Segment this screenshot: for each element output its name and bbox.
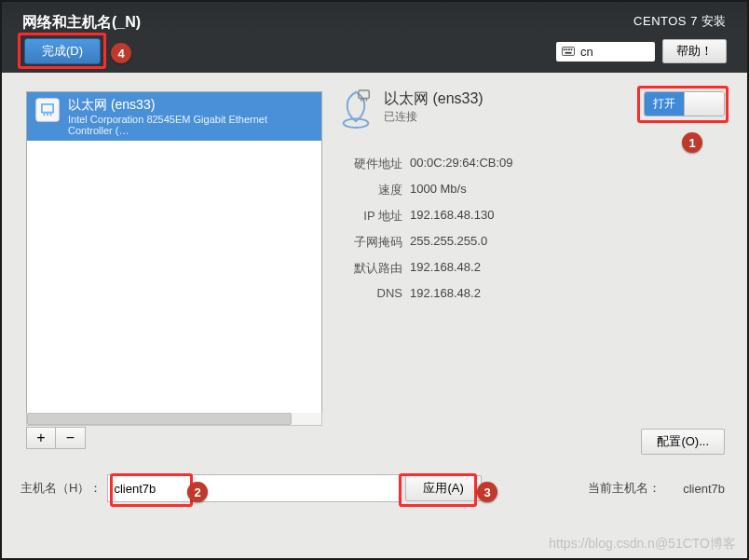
callout-badge-4: 4 [111, 43, 131, 63]
properties-grid: 硬件地址 00:0C:29:64:CB:09 速度 1000 Mb/s IP 地… [337, 156, 725, 300]
svg-rect-0 [562, 48, 574, 56]
current-hostname-label: 当前主机名： [588, 480, 660, 497]
interface-name: 以太网 (ens33) [68, 97, 314, 114]
hostname-input[interactable] [107, 474, 400, 502]
gw-value: 192.168.48.2 [410, 260, 725, 277]
current-hostname-value: client7b [683, 482, 725, 496]
connection-title: 以太网 (ens33) [384, 89, 483, 109]
svg-point-7 [344, 118, 369, 128]
hostname-label: 主机名（H）： [20, 480, 102, 497]
remove-interface-button[interactable]: − [56, 427, 86, 449]
keyboard-indicator[interactable]: cn [556, 42, 655, 61]
done-button[interactable]: 完成(D) [24, 38, 101, 64]
add-interface-button[interactable]: + [26, 427, 56, 449]
hwaddr-label: 硬件地址 [337, 156, 402, 172]
callout-badge-3: 3 [477, 482, 497, 502]
toggle-on-label: 打开 [645, 92, 684, 116]
install-label: CENTOS 7 安装 [633, 13, 727, 30]
speed-label: 速度 [337, 182, 402, 198]
page-title: 网络和主机名(_N) [22, 13, 141, 33]
ip-label: IP 地址 [337, 208, 402, 225]
keyboard-icon [562, 45, 575, 58]
connection-status: 已连接 [384, 109, 483, 125]
interface-detail: Intel Corporation 82545EM Gigabit Ethern… [68, 114, 314, 136]
svg-rect-3 [568, 48, 570, 50]
dns-value: 192.168.48.2 [410, 286, 725, 300]
svg-rect-6 [36, 99, 60, 122]
interface-scrollbar[interactable] [26, 413, 322, 426]
callout-badge-1: 1 [682, 132, 702, 153]
header: 网络和主机名(_N) 完成(D) CENTOS 7 安装 cn 帮助！ [2, 2, 747, 73]
svg-rect-4 [571, 48, 573, 50]
interface-item-ens33[interactable]: 以太网 (ens33) Intel Corporation 82545EM Gi… [27, 92, 321, 141]
ethernet-icon [34, 97, 61, 136]
callout-badge-2: 2 [187, 482, 208, 502]
toggle-knob [684, 92, 724, 116]
help-button[interactable]: 帮助！ [662, 39, 727, 63]
interface-list[interactable]: 以太网 (ens33) Intel Corporation 82545EM Gi… [26, 91, 322, 415]
ip-value: 192.168.48.130 [410, 208, 725, 225]
dns-label: DNS [337, 286, 402, 300]
svg-rect-5 [565, 52, 572, 54]
configure-button[interactable]: 配置(O)... [641, 429, 725, 455]
connection-toggle[interactable]: 打开 [644, 91, 725, 116]
mask-value: 255.255.255.0 [410, 234, 725, 251]
connection-icon [337, 89, 374, 131]
mask-label: 子网掩码 [337, 234, 402, 251]
hwaddr-value: 00:0C:29:64:CB:09 [410, 156, 725, 172]
speed-value: 1000 Mb/s [410, 182, 725, 198]
svg-rect-1 [564, 48, 565, 50]
svg-rect-2 [565, 48, 567, 50]
gw-label: 默认路由 [337, 260, 402, 277]
keyboard-layout: cn [580, 45, 593, 59]
apply-hostname-button[interactable]: 应用(A) [405, 475, 481, 501]
